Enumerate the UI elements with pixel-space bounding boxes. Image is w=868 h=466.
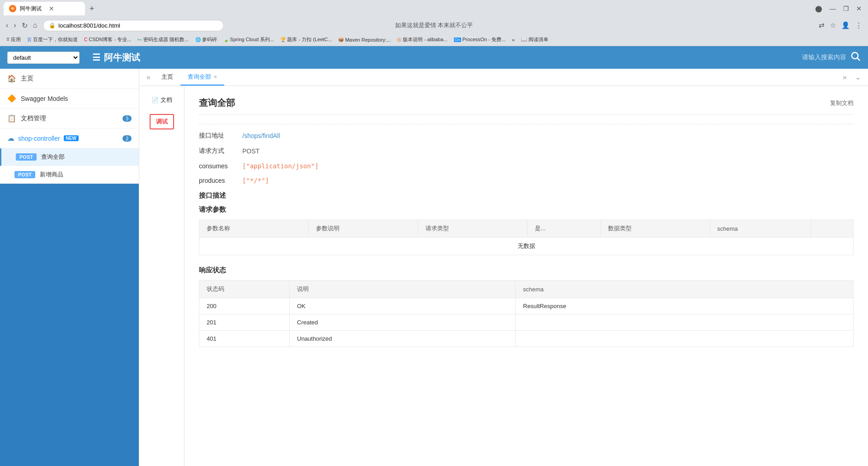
header-search: 请输入搜索内容	[802, 51, 861, 64]
bookmark-label: 百度一下，你就知道	[33, 36, 78, 43]
bookmarks-bar: ⠿ 应用 百 百度一下，你就知道 C CSDN博客 - 专业... 🗝 密码生成…	[0, 33, 868, 46]
sidebar-home-label: 主页	[21, 75, 33, 83]
doc-label: 文档	[160, 96, 172, 104]
bookmark-spring[interactable]: 🍃 Spring Cloud 系列...	[221, 35, 277, 44]
tab-nav-more[interactable]: »	[839, 71, 850, 83]
api-item-add-product[interactable]: POST 新增商品	[0, 166, 139, 184]
bookmark-password[interactable]: 🗝 密码生成器 随机数...	[135, 35, 191, 44]
interface-desc-title: 接口描述	[199, 191, 854, 200]
bookmark-label: ProcessOn - 免费...	[462, 36, 505, 43]
controller-new-badge: NEW	[64, 135, 79, 141]
back-button[interactable]: ‹	[4, 19, 10, 32]
profile-icon[interactable]: 👤	[839, 19, 852, 31]
minimize-button[interactable]: —	[827, 3, 839, 14]
consumes-label: consumes	[199, 162, 235, 170]
translate-icon[interactable]: ⇄	[816, 19, 827, 31]
sidebar-item-doc-manage[interactable]: 📋 文档管理 3	[0, 109, 139, 128]
produces-label: produces	[199, 177, 235, 184]
doc-title: 查询全部	[199, 97, 235, 109]
response-desc: OK	[290, 298, 516, 314]
new-tab-button[interactable]: +	[88, 2, 96, 15]
doc-left-panel: 📄 文档 调试	[139, 86, 184, 466]
response-table-row: 200 OK ResultResponse	[199, 298, 854, 314]
doc-manage-badge: 3	[123, 115, 132, 122]
profile-icon[interactable]: ⬤	[812, 3, 825, 14]
post-badge-2: POST	[14, 171, 35, 178]
no-data-cell: 无数据	[199, 238, 854, 255]
window-controls: ⬤ — ❐ ✕	[812, 3, 864, 14]
refresh-button[interactable]: ↻	[19, 19, 30, 32]
sidebar-item-home[interactable]: 🏠 主页	[0, 69, 139, 89]
controller-label: shop-controller	[18, 135, 60, 142]
browser-tab[interactable]: 牛 阿牛测试 ✕	[4, 2, 85, 15]
tab-active-close[interactable]: ×	[214, 74, 217, 80]
search-button[interactable]	[850, 51, 861, 64]
address-bar[interactable]: 🔒 localhost:8001/doc.html	[43, 20, 224, 31]
bookmark-reading-list[interactable]: 📖 阅读清单	[518, 35, 551, 44]
sidebar-swagger-label: Swagger Models	[21, 95, 68, 102]
page-title-bar: 如果这就是爱情 本来就不公平	[395, 21, 473, 29]
tab-home[interactable]: 主页	[154, 69, 180, 86]
response-schema	[516, 314, 854, 331]
response-col-desc: 说明	[290, 281, 516, 298]
menu-icon[interactable]: ⋮	[853, 19, 864, 31]
brand-name: 阿牛测试	[104, 52, 140, 64]
response-col-schema: schema	[516, 281, 854, 298]
produces-field: produces ["*/*"]	[199, 177, 854, 184]
bookmark-more[interactable]: »	[509, 36, 517, 43]
consumes-field: consumes ["application/json"]	[199, 162, 854, 170]
tab-nav-prev[interactable]: «	[143, 71, 154, 83]
sidebar-doc-manage-label: 文档管理	[21, 114, 46, 123]
swagger-icon: 🔶	[7, 94, 16, 103]
doc-section-button[interactable]: 📄 文档	[149, 93, 175, 107]
lock-icon: 🔒	[49, 22, 56, 29]
sidebar-item-swagger[interactable]: 🔶 Swagger Models	[0, 89, 139, 109]
debug-label: 调试	[156, 118, 168, 125]
bookmark-csdn[interactable]: C CSDN博客 - 专业...	[81, 35, 134, 44]
tab-close-icon[interactable]: ✕	[49, 5, 54, 12]
env-dropdown[interactable]: default	[7, 52, 80, 64]
debug-button[interactable]: 调试	[150, 114, 174, 129]
bookmark-leetcode[interactable]: 🏆 题库 - 力扣 (LeetC...	[278, 35, 335, 44]
cloud-icon: ☁	[7, 134, 14, 143]
bookmark-apps[interactable]: ⠿ 应用	[4, 35, 24, 44]
tab-bar: « 主页 查询全部 × » ⌄	[139, 69, 868, 86]
request-method-value: POST	[242, 147, 259, 155]
response-table: 状态码 说明 schema 200 OK ResultResponse 201 …	[199, 280, 854, 347]
doc-area: 📄 文档 调试 查询全部 复制文档 接口地址	[139, 86, 868, 466]
response-desc: Unauthorized	[290, 331, 516, 347]
doc-content: 查询全部 复制文档 接口地址 /shops/findAll 请求方式 POST …	[184, 86, 868, 466]
api-name-2: 新增商品	[40, 171, 63, 179]
bookmark-baidu[interactable]: 百 百度一下，你就知道	[24, 35, 80, 44]
api-name-1: 查询全部	[41, 153, 65, 161]
home-button[interactable]: ⌂	[31, 19, 40, 32]
tab-nav-expand[interactable]: ⌄	[851, 71, 864, 83]
sidebar-item-controller[interactable]: ☁ shop-controller NEW 2	[0, 128, 139, 148]
bookmark-label: CSDN博客 - 专业...	[89, 36, 131, 43]
bookmark-processon[interactable]: On ProcessOn - 免费...	[451, 35, 508, 44]
consumes-value: ["application/json"]	[242, 162, 319, 170]
post-badge-1: POST	[16, 153, 37, 161]
close-button[interactable]: ✕	[854, 3, 864, 14]
tab-home-label: 主页	[161, 73, 173, 81]
tab-query-all[interactable]: 查询全部 ×	[180, 69, 224, 86]
bookmark-maven[interactable]: 📦 Maven Repository:...	[335, 36, 393, 43]
bookmark-label: 版本说明 - alibaba...	[403, 36, 447, 43]
bookmark-label: 密码生成器 随机数...	[143, 36, 189, 43]
bookmark-canma[interactable]: 🌐 参码碎	[193, 35, 220, 44]
forward-button[interactable]: ›	[11, 19, 18, 32]
api-item-query-all[interactable]: POST 查询全部	[0, 148, 139, 166]
doc-file-icon: 📄	[151, 97, 159, 104]
doc-manage-icon: 📋	[7, 114, 16, 123]
star-icon[interactable]: ☆	[828, 19, 838, 31]
bookmark-alibaba[interactable]: ㊗ 版本说明 - alibaba...	[394, 35, 450, 44]
copy-doc-button[interactable]: 复制文档	[830, 99, 854, 107]
response-table-row: 401 Unauthorized	[199, 331, 854, 347]
app-header: default ☰ 阿牛测试 请输入搜索内容	[0, 46, 868, 69]
bookmark-label: Maven Repository:...	[345, 37, 391, 43]
doc-title-row: 查询全部 复制文档	[199, 97, 854, 115]
search-placeholder: 请输入搜索内容	[802, 53, 846, 62]
maximize-button[interactable]: ❐	[840, 3, 852, 14]
response-schema: ResultResponse	[516, 298, 854, 314]
params-no-data-row: 无数据	[199, 238, 854, 255]
